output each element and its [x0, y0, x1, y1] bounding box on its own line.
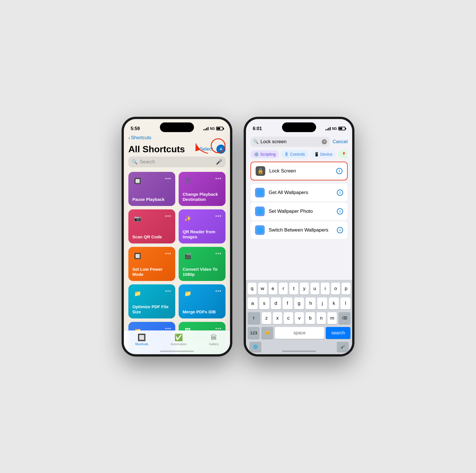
clear-icon: ✕ — [323, 140, 326, 143]
key-u[interactable]: u — [310, 283, 319, 295]
add-button[interactable]: + — [216, 145, 226, 154]
key-g[interactable]: g — [294, 297, 304, 309]
key-s[interactable]: s — [259, 297, 269, 309]
key-h[interactable]: h — [306, 297, 316, 309]
device-chip-label: Device — [320, 152, 333, 157]
info-icon-set-wallpaper: i — [339, 209, 341, 213]
globe-key[interactable]: 🌐 — [249, 342, 261, 352]
tab-shortcuts[interactable]: 🔲 Shortcuts — [135, 334, 148, 346]
search-field[interactable]: 🔍 Lock screen ✕ — [250, 137, 330, 147]
key-f[interactable]: f — [283, 297, 293, 309]
result-get-wallpapers[interactable]: 🌐 Get All Wallpapers i — [250, 184, 348, 201]
card-label-scan-qr: Scan QR Code — [132, 234, 171, 239]
tab-gallery[interactable]: 🏛 Gallery — [209, 334, 219, 346]
key-n[interactable]: n — [317, 312, 326, 324]
shortcut-card-convert-video[interactable]: 🎬 ••• Convert Video To 1080p — [179, 247, 226, 281]
chip-scripting[interactable]: ⚙️ Scripting — [250, 150, 279, 158]
filter-chips: ⚙️ Scripting 🎛 Controls 📱 Device 📍 Loc… — [250, 150, 348, 162]
key-m[interactable]: m — [327, 312, 337, 324]
card-icon-low-power: 🔲 — [132, 251, 143, 261]
result-switch-wallpapers[interactable]: 🌐 Switch Between Wallpapers i — [250, 221, 348, 239]
automation-tab-icon: ✅ — [174, 334, 183, 341]
shortcut-card-pause-playback[interactable]: 🔲 ••• Pause Playback — [128, 172, 175, 206]
search-placeholder-1: Search — [140, 159, 214, 165]
shortcut-card-low-power[interactable]: 🔲 ••• Set Low Power Mode — [128, 247, 175, 281]
controls-chip-label: Controls — [290, 152, 305, 157]
card-menu-convert-video[interactable]: ••• — [215, 251, 222, 257]
delete-key[interactable]: ⌫ — [339, 312, 350, 324]
dynamic-island-1 — [160, 122, 194, 132]
time-2: 6:01 — [253, 126, 262, 131]
page-title-1: All Shortcuts — [128, 144, 185, 154]
key-x[interactable]: x — [273, 312, 282, 324]
card-menu-qr-reader[interactable]: ••• — [215, 213, 222, 219]
shift-key[interactable]: ⇧ — [248, 312, 260, 324]
search-bar-1[interactable]: 🔍 Search 🎤 — [128, 157, 226, 167]
key-w[interactable]: w — [258, 283, 267, 295]
card-menu-scan-qr[interactable]: ••• — [165, 213, 171, 219]
card-menu-low-power[interactable]: ••• — [165, 251, 171, 257]
key-y[interactable]: y — [300, 283, 309, 295]
result-set-wallpaper[interactable]: 🌐 Set Wallpaper Photo i — [250, 203, 348, 220]
chip-location[interactable]: 📍 Loc… — [338, 150, 348, 158]
network-type-1: 5G — [210, 126, 215, 131]
gallery-tab-icon: 🏛 — [210, 334, 217, 341]
add-icon: + — [219, 146, 223, 152]
key-a[interactable]: a — [248, 297, 258, 309]
automation-tab-label: Automation — [171, 342, 187, 346]
key-j[interactable]: j — [317, 297, 327, 309]
keyboard[interactable]: q w e r t y u i o p a s d f g h j k — [246, 280, 352, 354]
key-d[interactable]: d — [271, 297, 281, 309]
shortcuts-tab-label: Shortcuts — [135, 342, 148, 346]
get-wallpapers-label: Get All Wallpapers — [269, 190, 333, 195]
key-q[interactable]: q — [248, 283, 256, 295]
key-l[interactable]: l — [341, 297, 350, 309]
key-r[interactable]: r — [279, 283, 288, 295]
search-button[interactable]: search — [326, 327, 350, 339]
key-p[interactable]: p — [342, 283, 350, 295]
emoji-key[interactable]: 😊 — [261, 327, 273, 339]
search-clear-button[interactable]: ✕ — [322, 139, 327, 144]
set-wallpaper-info-button[interactable]: i — [337, 208, 343, 214]
shortcut-card-merge-pdfs[interactable]: 📁 ••• Merge PDFs iDB — [179, 284, 226, 318]
cancel-button[interactable]: Cancel — [333, 139, 348, 145]
chip-controls[interactable]: 🎛 Controls — [281, 150, 308, 158]
card-menu-change-playback[interactable]: ••• — [215, 176, 222, 182]
card-menu-optimize-pdf[interactable]: ••• — [165, 288, 171, 294]
shortcuts-tab-icon: 🔲 — [137, 334, 146, 341]
card-menu-pause-playback[interactable]: ••• — [165, 176, 171, 182]
search-icon-1: 🔍 — [132, 159, 137, 164]
lock-screen-info-button[interactable]: i — [336, 168, 343, 174]
key-i[interactable]: i — [321, 283, 330, 295]
keyboard-row-3: ⇧ z x c v b n m ⌫ — [248, 312, 350, 324]
card-icon-merge-pdfs: 📁 — [183, 288, 193, 299]
result-lock-screen[interactable]: 🔒 Lock Screen i — [250, 162, 348, 180]
shortcut-card-qr-reader[interactable]: ✨ ••• QR Reader from Images — [179, 209, 226, 243]
mic-key[interactable]: 🎤 — [337, 342, 349, 352]
switch-wallpapers-info-button[interactable]: i — [337, 227, 343, 233]
chip-device[interactable]: 📱 Device — [311, 150, 336, 158]
get-wallpapers-info-button[interactable]: i — [337, 189, 343, 196]
tab-automation[interactable]: ✅ Automation — [171, 334, 187, 346]
shortcut-card-scan-qr[interactable]: 📷 ••• Scan QR Code — [128, 209, 175, 243]
controls-chip-icon: 🎛 — [285, 152, 289, 157]
space-key[interactable]: space — [275, 327, 324, 339]
key-z[interactable]: z — [262, 312, 271, 324]
lock-screen-label: Lock Screen — [269, 168, 332, 174]
shortcut-card-change-playback[interactable]: 🎵 ••• Change Playback Destination — [179, 172, 226, 206]
key-v[interactable]: v — [295, 312, 304, 324]
card-menu-merge-pdfs[interactable]: ••• — [215, 288, 222, 294]
mic-icon-1[interactable]: 🎤 — [216, 159, 222, 165]
key-k[interactable]: k — [329, 297, 339, 309]
card-label-optimize-pdf: Optimize PDF File Size — [132, 304, 171, 314]
key-t[interactable]: t — [289, 283, 298, 295]
key-e[interactable]: e — [269, 283, 277, 295]
number-key[interactable]: 123 — [248, 327, 260, 339]
key-c[interactable]: c — [284, 312, 293, 324]
battery-1 — [216, 127, 223, 130]
key-o[interactable]: o — [331, 283, 340, 295]
key-b[interactable]: b — [306, 312, 315, 324]
search-header: 🔍 Lock screen ✕ Cancel — [250, 134, 348, 150]
shortcut-card-optimize-pdf[interactable]: 📁 ••• Optimize PDF File Size — [128, 284, 175, 318]
search-query: Lock screen — [260, 139, 320, 145]
